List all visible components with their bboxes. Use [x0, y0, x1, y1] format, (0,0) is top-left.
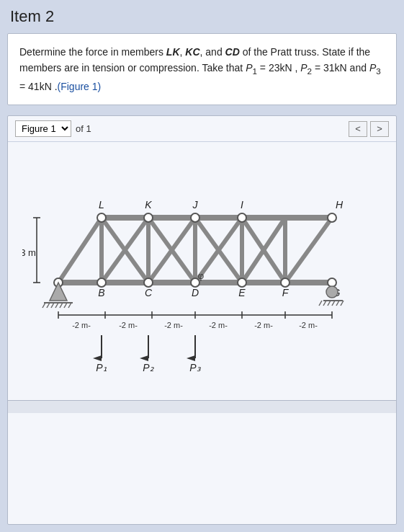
svg-line-55	[332, 301, 335, 306]
figure-content: L K J I H A B C D E F G	[8, 142, 396, 394]
svg-point-20	[238, 213, 246, 222]
svg-text:C: C	[144, 287, 152, 298]
svg-text:H: H	[335, 199, 343, 210]
nav-next-button[interactable]: >	[370, 121, 389, 137]
svg-line-44	[47, 303, 50, 308]
svg-text:J: J	[192, 199, 198, 210]
figure-link[interactable]: (Figure 1)	[58, 81, 102, 92]
truss-diagram: L K J I H A B C D E F G	[22, 149, 382, 380]
nav-buttons: < >	[349, 121, 389, 137]
svg-line-52	[319, 301, 322, 306]
svg-text:P₂: P₂	[143, 362, 153, 373]
svg-point-23	[97, 278, 106, 287]
nav-prev-button[interactable]: <	[349, 121, 367, 137]
svg-point-21	[328, 213, 336, 222]
member-lk: LK	[166, 46, 180, 58]
page-title: Item 2	[7, 7, 397, 26]
svg-line-16	[285, 218, 332, 283]
svg-point-19	[191, 213, 199, 222]
svg-point-28	[328, 278, 336, 287]
svg-text:-2 m-: -2 m-	[72, 321, 91, 329]
svg-text:I: I	[241, 199, 243, 210]
svg-text:-2 m-: -2 m-	[254, 321, 273, 329]
svg-text:-2 m-: -2 m-	[209, 321, 228, 329]
svg-line-56	[336, 301, 339, 306]
svg-text:φ: φ	[197, 270, 203, 281]
svg-point-26	[238, 278, 246, 287]
svg-line-54	[328, 301, 331, 306]
svg-line-53	[323, 301, 326, 306]
svg-text:P₁: P₁	[96, 362, 107, 373]
member-kc: KC	[185, 46, 199, 58]
svg-text:3 m: 3 m	[22, 247, 36, 258]
svg-line-47	[60, 303, 63, 308]
figure-of-label: of 1	[76, 123, 91, 134]
svg-line-46	[55, 303, 58, 308]
svg-point-27	[281, 278, 289, 287]
figure-box: Figure 1 of 1 < >	[7, 115, 397, 525]
svg-text:E: E	[238, 287, 246, 298]
svg-text:P₃: P₃	[189, 362, 201, 373]
svg-text:-2 m-: -2 m-	[164, 321, 183, 329]
svg-text:-2 m-: -2 m-	[119, 321, 138, 329]
svg-text:-2 m-: -2 m-	[299, 321, 318, 329]
svg-text:L: L	[99, 199, 104, 210]
figure-header: Figure 1 of 1 < >	[8, 116, 396, 142]
svg-text:K: K	[145, 199, 152, 210]
bottom-bar	[8, 400, 396, 413]
member-cd: CD	[225, 46, 240, 58]
svg-point-24	[144, 278, 153, 287]
svg-text:B: B	[98, 287, 104, 298]
svg-text:D: D	[191, 287, 198, 298]
problem-box: Determine the force in members LK, KC, a…	[7, 33, 397, 105]
svg-text:F: F	[282, 287, 289, 298]
svg-line-49	[68, 303, 71, 308]
svg-line-45	[51, 303, 54, 308]
svg-point-18	[144, 213, 153, 222]
svg-line-43	[42, 303, 45, 308]
svg-point-17	[97, 213, 106, 222]
svg-line-7	[58, 218, 102, 283]
svg-line-57	[341, 301, 344, 306]
svg-point-50	[326, 286, 338, 298]
figure-select[interactable]: Figure 1	[15, 120, 71, 137]
svg-line-48	[64, 303, 67, 308]
